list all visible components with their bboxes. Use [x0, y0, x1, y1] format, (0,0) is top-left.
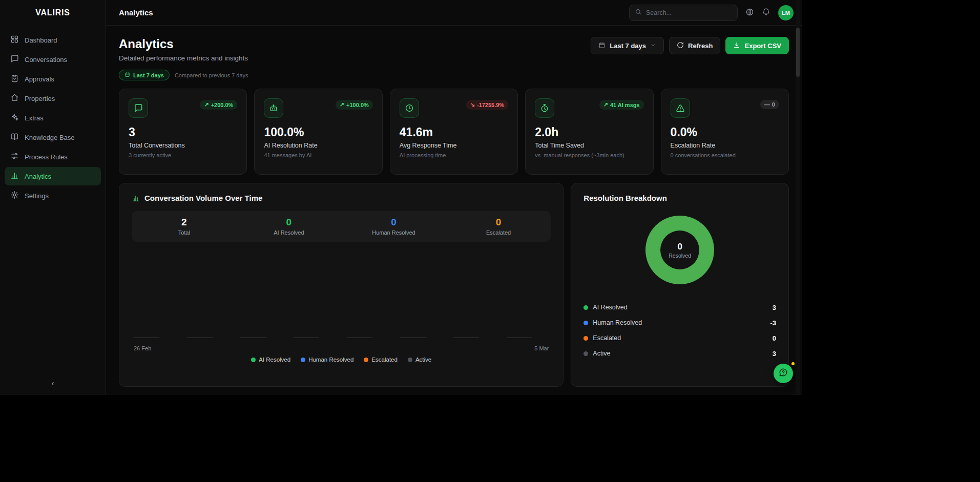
- help-chat-button[interactable]: [774, 364, 793, 383]
- page-scrollbar[interactable]: [796, 0, 800, 395]
- export-csv-button[interactable]: Export CSV: [725, 37, 789, 54]
- resolution-breakdown-card: Resolution Breakdown 0 Resolved: [571, 183, 789, 387]
- sidebar-item-label: Properties: [25, 95, 55, 102]
- avatar[interactable]: LM: [778, 5, 794, 20]
- range-summary-row: Last 7 days Compared to previous 7 days: [119, 70, 789, 80]
- donut-center-value: 0: [677, 242, 682, 252]
- sidebar-item-dashboard[interactable]: Dashboard: [5, 31, 101, 49]
- summary-label: AI Resolved: [237, 229, 342, 236]
- book-icon: [10, 132, 19, 142]
- download-icon: [733, 41, 740, 50]
- page-subtitle: Detailed performance metrics and insight…: [119, 54, 248, 62]
- stat-card-top: ↗+100.0%: [264, 98, 372, 118]
- stat-card-escalation-rate: —0 0.0% Escalation Rate 0 conversations …: [661, 89, 789, 175]
- trend-flat-icon: —: [764, 101, 770, 108]
- calendar-icon: [598, 41, 606, 50]
- calendar-icon: [124, 72, 130, 78]
- summary-label: Human Resolved: [341, 229, 446, 236]
- donut-chart: 0 Resolved: [645, 216, 714, 284]
- page-actions: Last 7 days Refresh Export CSV: [591, 37, 789, 54]
- sidebar-item-approvals[interactable]: Approvals: [5, 70, 101, 88]
- notification-dot: [790, 361, 796, 366]
- stat-subtext: 41 messages by AI: [264, 152, 372, 158]
- summary-value: 0: [341, 217, 446, 228]
- stat-card-top: ↘-17255.9%: [400, 98, 508, 118]
- language-globe-button[interactable]: [745, 8, 754, 18]
- scrollbar-thumb[interactable]: [796, 28, 800, 77]
- sidebar-item-properties[interactable]: Properties: [5, 89, 101, 108]
- legend-label: AI Resolved: [259, 357, 290, 363]
- range-pill-label: Last 7 days: [133, 72, 164, 78]
- sidebar-item-analytics[interactable]: Analytics: [5, 167, 101, 185]
- trend-badge-text: +100.0%: [346, 102, 369, 108]
- page-title: Analytics: [119, 37, 248, 51]
- breakdown-card-title: Resolution Breakdown: [583, 194, 667, 202]
- sidebar-item-extras[interactable]: Extras: [5, 109, 101, 127]
- sidebar-collapse-button[interactable]: ‹: [5, 374, 101, 391]
- trend-badge-text: 41 AI msgs: [610, 102, 640, 108]
- sidebar-item-label: Knowledge Base: [25, 134, 75, 141]
- topbar-actions: LM: [629, 5, 794, 21]
- trend-badge: —0: [760, 100, 779, 109]
- stat-label: AI Resolution Rate: [264, 142, 372, 149]
- main-area: Analytics LM Analytics De: [106, 0, 802, 395]
- globe-icon: [745, 8, 754, 18]
- refresh-button[interactable]: Refresh: [669, 37, 720, 54]
- legend-ai-resolved: AI Resolved: [251, 357, 290, 363]
- stat-card-total-conversations: ↗+200.0% 3 Total Conversations 3 current…: [119, 89, 247, 175]
- sparkles-icon: [10, 113, 19, 123]
- sidebar-item-label: Process Rules: [25, 153, 68, 161]
- sidebar-item-knowledge-base[interactable]: Knowledge Base: [5, 128, 101, 146]
- date-range-label: Last 7 days: [610, 42, 646, 50]
- search-input[interactable]: [646, 9, 732, 16]
- summary-value: 2: [132, 217, 237, 228]
- volume-card-title-row: Conversation Volume Over Time: [132, 194, 551, 202]
- brand-logo: VALIRIS: [0, 0, 106, 26]
- legend-label: Escalated: [371, 357, 398, 363]
- timer-icon: [535, 98, 554, 118]
- trend-badge-text: 0: [772, 101, 775, 108]
- date-range-button[interactable]: Last 7 days: [591, 37, 664, 54]
- sidebar-item-label: Dashboard: [25, 36, 57, 44]
- breakdown-row-active: Active 3: [583, 346, 776, 361]
- range-pill: Last 7 days: [119, 70, 170, 80]
- breakdown-row-human-resolved: Human Resolved -3: [583, 315, 776, 330]
- topbar: Analytics LM: [106, 0, 802, 26]
- x-axis-start-label: 26 Feb: [134, 345, 151, 351]
- analytics-page: Analytics Detailed performance metrics a…: [106, 26, 802, 395]
- volume-card-title: Conversation Volume Over Time: [144, 194, 262, 202]
- legend-label: Active: [415, 357, 431, 363]
- export-csv-label: Export CSV: [744, 42, 781, 50]
- donut-chart-wrap: 0 Resolved: [583, 216, 776, 284]
- sidebar-item-conversations[interactable]: Conversations: [5, 50, 101, 69]
- sidebar-item-process-rules[interactable]: Process Rules: [5, 148, 101, 166]
- breakdown-label: Escalated: [593, 334, 621, 342]
- gear-icon: [10, 191, 19, 201]
- legend-active: Active: [408, 357, 431, 363]
- notifications-button[interactable]: [762, 8, 770, 18]
- chevron-down-icon: [650, 42, 656, 50]
- chat-question-icon: [778, 367, 788, 380]
- conversations-icon: [10, 54, 19, 65]
- sidebar-item-settings[interactable]: Settings: [5, 186, 101, 205]
- summary-label: Total: [132, 229, 237, 236]
- legend-dot-orange: [583, 336, 588, 341]
- breakdown-value: 3: [773, 304, 776, 311]
- donut-center: 0 Resolved: [660, 230, 699, 269]
- search-box[interactable]: [629, 5, 738, 21]
- clock-icon: [400, 98, 419, 118]
- stat-value: 41.6m: [400, 125, 508, 139]
- stat-card-top: —0: [671, 98, 779, 118]
- trend-badge: ↗+200.0%: [200, 100, 237, 110]
- sidebar-item-label: Analytics: [25, 173, 51, 180]
- summary-human-resolved: 0 Human Resolved: [341, 217, 446, 236]
- properties-icon: [10, 93, 19, 103]
- legend-label: Human Resolved: [308, 357, 353, 363]
- stat-card-total-time-saved: ↗41 AI msgs 2.0h Total Time Saved vs. ma…: [525, 89, 653, 175]
- breakdown-value: 3: [773, 350, 776, 358]
- breakdown-legend: AI Resolved 3 Human Resolved -3 Escalate…: [583, 300, 776, 361]
- trend-badge: ↗41 AI msgs: [599, 100, 644, 110]
- legend-dot-green: [251, 358, 256, 362]
- trend-up-icon: ↗: [603, 101, 608, 108]
- page-header-text: Analytics Detailed performance metrics a…: [119, 37, 248, 62]
